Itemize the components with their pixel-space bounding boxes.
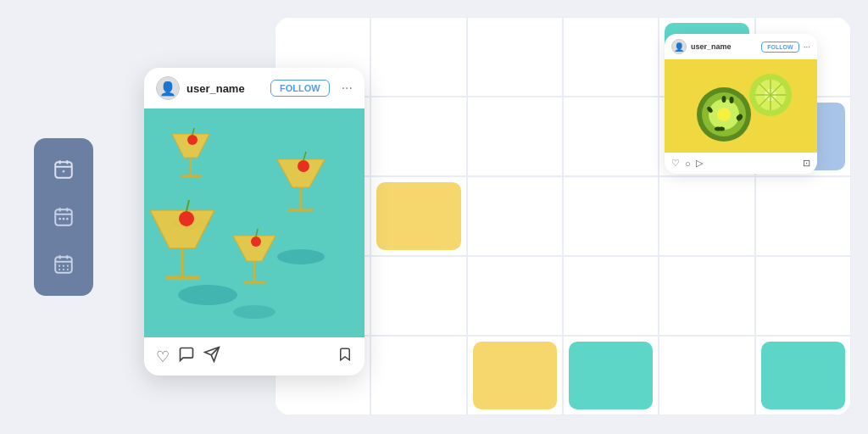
svg-point-18 [67,265,69,267]
cocktail-svg [144,108,364,337]
grid-cell [563,17,659,97]
card-header-small: 👤 user_name FOLLOW ··· [665,34,817,59]
svg-point-42 [178,285,237,305]
grid-cell [563,97,659,176]
accent-yellow-2 [473,342,557,409]
svg-rect-5 [55,209,72,225]
svg-point-27 [722,96,726,103]
comment-svg [178,346,195,363]
grid-cell [370,176,466,256]
card-header-large: 👤 user_name FOLLOW ··· [144,68,364,108]
username-large: user_name [186,82,264,95]
instagram-card-large: 👤 user_name FOLLOW ··· [144,68,364,376]
svg-point-20 [63,269,64,270]
svg-point-62 [251,236,261,247]
avatar-large: 👤 [156,76,180,100]
username-small: user_name [691,42,757,51]
grid-cell [467,176,563,256]
svg-point-44 [233,305,275,319]
grid-cell [563,176,659,256]
grid-cell [467,256,563,336]
kiwi-image [665,59,817,153]
comment-icon-large[interactable] [178,346,195,367]
grid-cell [755,336,851,415]
svg-point-43 [277,249,325,264]
heart-icon-small[interactable]: ♡ [671,158,680,169]
svg-point-21 [67,269,69,270]
share-icon-small[interactable]: ▷ [696,158,703,169]
svg-point-4 [63,170,65,173]
main-content: 👤 user_name FOLLOW ··· [136,17,851,417]
sidebar-icon-calendar-single[interactable] [47,153,80,186]
svg-point-26 [717,108,731,121]
bookmark-icon-large[interactable] [337,346,353,367]
grid-cell [563,256,659,336]
sidebar [34,138,93,296]
grid-cell [370,256,466,336]
grid-cell [370,17,466,97]
grid-cell [755,176,851,256]
accent-yellow-1 [376,182,460,250]
grid-cell [659,176,754,256]
sidebar-icon-calendar-multi[interactable] [47,201,80,233]
dots-menu-large[interactable]: ··· [342,81,353,96]
bookmark-svg [337,346,353,363]
card-actions-small: ♡ ○ ▷ ⊡ [665,153,817,174]
grid-cell [467,97,563,176]
svg-point-68 [187,135,198,145]
grid-cell [370,336,466,415]
heart-icon-large[interactable]: ♡ [156,348,170,366]
svg-point-19 [58,269,60,270]
svg-rect-0 [55,162,72,177]
grid-cell [370,97,466,176]
grid-cell [659,336,754,415]
grid-cell [755,256,851,336]
grid-cell [659,256,754,336]
svg-point-31 [730,97,734,103]
comment-icon-small[interactable]: ○ [685,159,691,169]
svg-point-9 [58,218,61,220]
kiwi-svg [665,59,817,153]
svg-point-17 [63,265,64,267]
svg-point-11 [66,218,69,220]
svg-point-33 [715,127,721,131]
share-icon-large[interactable] [203,346,220,367]
grid-cell [467,336,563,415]
follow-button-small[interactable]: FOLLOW [761,42,798,53]
svg-point-50 [179,211,194,226]
dots-menu-small[interactable]: ··· [804,42,810,52]
follow-button-large[interactable]: FOLLOW [270,80,330,97]
bookmark-icon-small[interactable]: ⊡ [803,158,810,169]
grid-cell [467,17,563,97]
instagram-card-small: 👤 user_name FOLLOW ··· [665,34,817,174]
share-svg [203,346,220,363]
svg-point-16 [58,265,60,267]
avatar-small: 👤 [671,39,687,54]
post-image-small [665,59,817,153]
card-actions-large: ♡ [144,337,364,376]
grid-cell [563,336,659,415]
accent-teal-bottom-right [761,342,845,409]
accent-teal-bottom-center [569,342,653,409]
sidebar-icon-calendar-grid[interactable] [47,248,80,281]
post-image-large [144,108,364,337]
svg-point-56 [298,160,309,172]
svg-point-10 [63,218,65,220]
